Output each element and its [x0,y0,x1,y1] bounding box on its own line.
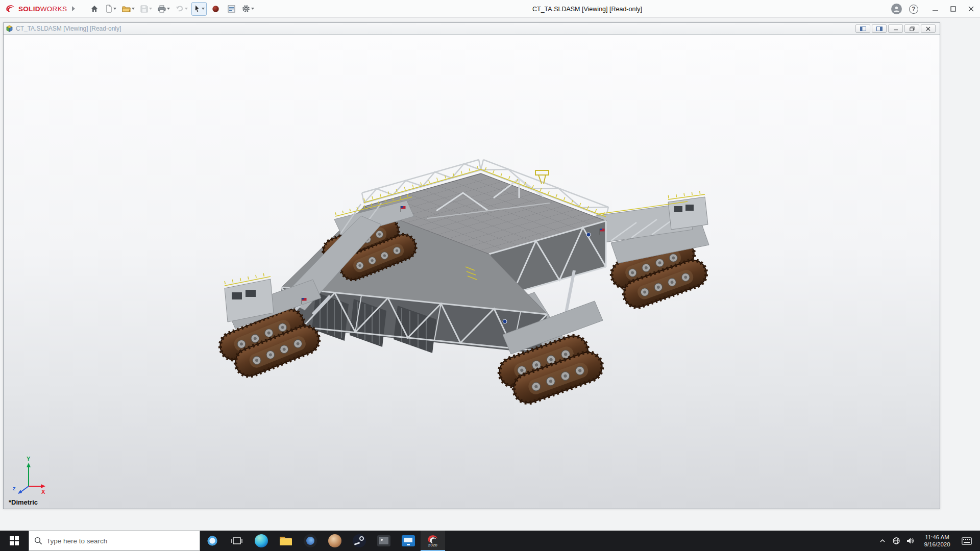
new-document-button[interactable] [103,2,118,16]
rear-right-truck [596,192,710,311]
cortana-icon [206,535,218,547]
search-icon [34,537,42,545]
select-tool-button[interactable] [191,2,207,16]
new-document-icon [105,5,112,13]
pane-right-icon [876,27,883,31]
search-input[interactable] [46,537,184,545]
select-cursor-icon [193,5,201,13]
gear-icon [242,5,250,13]
report-icon [228,5,235,13]
dropdown-arrow-icon[interactable] [132,8,135,10]
open-button[interactable] [120,2,137,16]
taskbar-app-photos[interactable] [323,531,347,551]
open-folder-icon [122,5,131,13]
document-titlebar[interactable]: CT_TA.SLDASM [Viewing] [Read-only] [4,23,940,35]
help-icon: ? [912,6,915,13]
help-button[interactable]: ? [909,5,918,14]
notification-button[interactable] [958,531,976,551]
account-avatar[interactable] [891,4,902,14]
doc-minimize-icon [893,27,898,31]
solidworks-version-badge: 2020 [428,543,437,547]
solidworks-brand: SOLIDWORKS [0,4,67,14]
axis-z-label: Z [13,486,16,491]
undo-icon [176,5,184,12]
file-explorer-icon [279,535,292,546]
brand-expand-arrow-icon[interactable] [72,6,75,11]
volume-button[interactable] [903,531,917,551]
taskbar-app-image-viewer[interactable] [372,531,396,551]
pane-left-icon [860,27,866,31]
taskbar-app-blue[interactable] [396,531,421,551]
clock[interactable]: 11:46 AM 9/16/2020 [917,531,958,551]
app-titlebar: SOLIDWORKS [0,0,980,18]
axis-x-arrow [41,484,45,488]
taskbar: 2020 11:46 AM 9/16/2020 [0,531,980,551]
undo-button[interactable] [174,2,190,16]
minimize-button[interactable] [926,0,944,18]
start-button[interactable] [0,531,29,551]
main-toolbar [87,2,256,16]
steam-icon [353,534,366,547]
tray-chevron-button[interactable] [875,531,889,551]
save-button[interactable] [138,2,154,16]
axis-y-label: Y [27,456,31,462]
orientation-triad: Y X Z [12,455,48,496]
task-view-icon [231,535,242,546]
sphere-icon [212,5,219,13]
viewport-3d[interactable]: Y X Z *Dimetric [4,35,940,509]
chevron-up-icon [879,538,886,544]
document-title: CT_TA.SLDASM [Viewing] [Read-only] [16,25,121,32]
browser-icon [304,534,317,547]
taskbar-app-file-explorer[interactable] [274,531,298,551]
clock-time: 11:46 AM [925,534,949,541]
edge-icon [255,534,268,547]
windows-logo-icon [10,536,19,545]
home-icon [90,5,99,13]
taskbar-app-steam[interactable] [347,531,372,551]
task-view-button[interactable] [225,531,249,551]
image-viewer-icon [377,535,390,546]
system-tray: 11:46 AM 9/16/2020 [875,531,980,551]
dropdown-arrow-icon[interactable] [202,8,205,10]
home-button[interactable] [87,2,102,16]
dropdown-arrow-icon[interactable] [113,8,116,10]
save-icon [140,5,148,13]
document-window: CT_TA.SLDASM [Viewing] [Read-only] [3,22,940,509]
dropdown-arrow-icon[interactable] [251,8,254,10]
options-button[interactable] [240,2,256,16]
close-icon [968,6,974,12]
axis-y-arrow [27,463,31,467]
photos-icon [328,534,341,547]
pane-left-button[interactable] [855,24,870,33]
doc-restore-button[interactable] [904,24,919,33]
app-title: CT_TA.SLDASM [Viewing] [Read-only] [532,0,642,18]
xpert-button[interactable] [208,2,223,16]
keyboard-icon [962,537,972,545]
pane-right-button[interactable] [872,24,887,33]
search-box[interactable] [29,531,200,551]
maximize-button[interactable] [944,0,962,18]
globe-network-icon [892,537,900,545]
clock-date: 9/16/2020 [924,541,950,548]
rear-cab [668,197,708,230]
crawler-model [4,35,940,509]
network-button[interactable] [889,531,903,551]
taskbar-app-edge[interactable] [249,531,274,551]
taskbar-app-browser[interactable] [298,531,323,551]
assembly-icon [6,25,13,32]
doc-close-button[interactable] [921,24,936,33]
close-button[interactable] [962,0,980,18]
dropdown-arrow-icon[interactable] [149,8,152,10]
print-button[interactable] [156,2,172,16]
blue-app-icon [402,535,415,546]
dropdown-arrow-icon[interactable] [185,8,188,10]
axis-z-arrow [18,490,22,494]
print-icon [158,5,166,13]
cortana-button[interactable] [200,531,225,551]
user-icon [893,6,900,12]
doc-minimize-button[interactable] [888,24,903,33]
report-button[interactable] [224,2,238,16]
dropdown-arrow-icon[interactable] [167,8,170,10]
maximize-icon [950,6,956,12]
taskbar-app-solidworks[interactable]: 2020 [421,531,445,551]
